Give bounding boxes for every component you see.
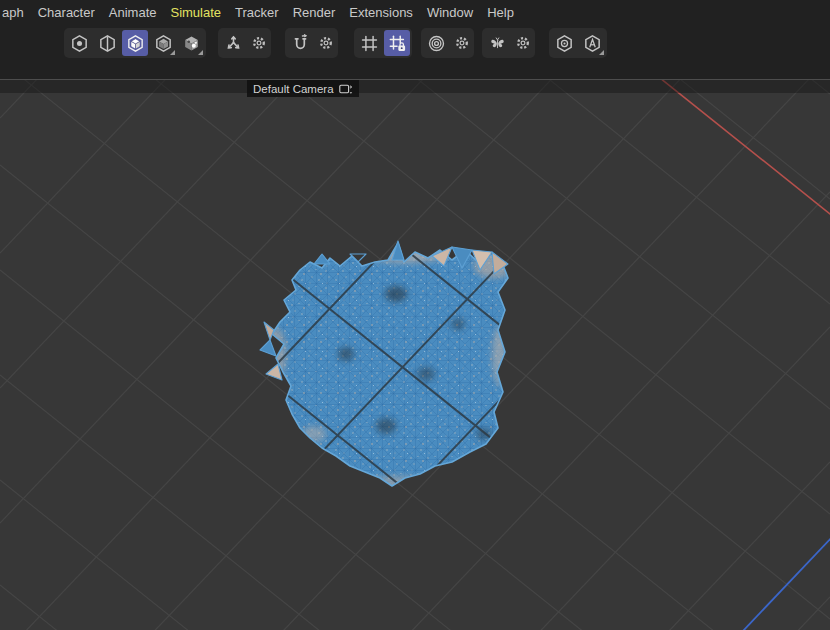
ground-grid <box>0 80 830 630</box>
magnet-tool-button[interactable] <box>287 30 313 56</box>
camera-switch-icon <box>339 83 353 95</box>
menubar: aph Character Animate Simulate Tracker R… <box>0 0 830 24</box>
hexagon-eye-icon <box>555 34 574 53</box>
rings-tool-button[interactable] <box>423 30 449 56</box>
z-axis-line <box>742 534 830 630</box>
menu-item-render[interactable]: Render <box>286 5 343 20</box>
symmetry-settings-button[interactable] <box>512 30 533 56</box>
menu-item-tracker[interactable]: Tracker <box>228 5 286 20</box>
magnet-icon <box>291 34 310 53</box>
workplane-lock-button[interactable] <box>384 30 410 56</box>
rings-settings-button[interactable] <box>451 30 472 56</box>
toolbar-spacer <box>0 62 830 79</box>
capsule-button[interactable] <box>178 30 204 56</box>
cube-particles-icon <box>182 34 201 53</box>
menu-item-window[interactable]: Window <box>420 5 480 20</box>
hexagon-volume-cube-icon <box>154 34 173 53</box>
cloth-mesh-object[interactable] <box>256 234 536 494</box>
toolbar-group-modes <box>64 28 206 58</box>
workplane-lock-icon <box>388 34 407 53</box>
x-axis-line <box>640 80 830 218</box>
viewport-canvas[interactable]: Default Camera <box>0 79 830 630</box>
workplane-button[interactable] <box>356 30 382 56</box>
polygon-mode-button[interactable] <box>122 30 148 56</box>
annotate-button[interactable] <box>579 30 605 56</box>
toolbar-group-symmetry <box>482 28 535 58</box>
hexagon-edge-icon <box>98 34 117 53</box>
menu-item-help[interactable]: Help <box>480 5 521 20</box>
menu-item-extensions[interactable]: Extensions <box>342 5 420 20</box>
workplane-icon <box>360 34 379 53</box>
menu-item-animate[interactable]: Animate <box>102 5 164 20</box>
concentric-rings-icon <box>427 34 446 53</box>
gear-icon <box>454 35 470 51</box>
gear-icon <box>251 35 267 51</box>
toolbar-group-workplane <box>354 28 412 58</box>
axis-lines <box>0 80 830 630</box>
symmetry-tool-button[interactable] <box>484 30 510 56</box>
point-mode-button[interactable] <box>66 30 92 56</box>
viewport-top-band <box>0 80 830 93</box>
model-mode-button[interactable] <box>150 30 176 56</box>
menu-item-character[interactable]: Character <box>31 5 102 20</box>
toolbar-group-rings <box>421 28 474 58</box>
toolbar-group-joint <box>218 28 271 58</box>
hexagon-point-icon <box>70 34 89 53</box>
joint-tool-button[interactable] <box>220 30 246 56</box>
visibility-button[interactable] <box>551 30 577 56</box>
gear-icon <box>318 35 334 51</box>
camera-selector[interactable]: Default Camera <box>247 80 359 97</box>
magnet-settings-button[interactable] <box>315 30 336 56</box>
toolbar-group-display <box>549 28 607 58</box>
butterfly-icon <box>488 34 507 53</box>
camera-label: Default Camera <box>253 83 334 95</box>
menu-item-simulate[interactable]: Simulate <box>163 5 228 20</box>
hexagon-polygon-cube-icon <box>126 34 145 53</box>
gear-icon <box>515 35 531 51</box>
joint-arrows-icon <box>224 34 243 53</box>
toolbar <box>0 24 830 62</box>
menu-item-mograph[interactable]: aph <box>0 5 31 20</box>
joint-settings-button[interactable] <box>248 30 269 56</box>
hexagon-annotate-icon <box>583 34 602 53</box>
edge-mode-button[interactable] <box>94 30 120 56</box>
toolbar-group-magnet <box>285 28 338 58</box>
